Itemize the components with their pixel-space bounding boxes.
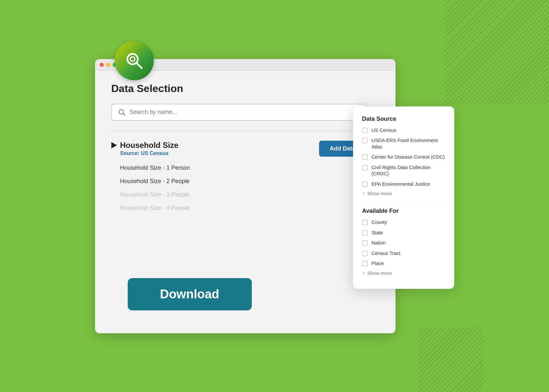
search-bar[interactable] (111, 104, 366, 121)
checkbox-us-census[interactable] (362, 128, 368, 133)
source-name[interactable]: US Census (141, 150, 169, 156)
filter-item-epa[interactable]: EPA Environmental Justice (362, 181, 445, 187)
search-icon (118, 108, 126, 116)
list-item: Household Size - 2 People (120, 175, 342, 188)
sub-items-list: Household Size - 1 Person Household Size… (120, 161, 342, 215)
hatch-top-right (444, 0, 549, 104)
filter-item-nation[interactable]: Nation (362, 240, 445, 246)
traffic-lights (100, 63, 117, 67)
filter-label-census-tract: Census Tract (372, 250, 400, 257)
filter-item-state[interactable]: State (362, 229, 445, 236)
list-item: Household Size - 3 People (120, 188, 342, 201)
filter-label-cdc: Center for Disease Control (CDC) (372, 154, 445, 160)
checkbox-census-tract[interactable] (362, 251, 368, 256)
item-source: Source: US Census (120, 150, 179, 156)
list-item: Household Size - 4 People (120, 201, 342, 215)
close-button[interactable] (100, 63, 104, 67)
filter-item-usda-ers[interactable]: USDA ERS Food Environment Atlas (362, 137, 445, 150)
filter-label-crdc: Civil Rights Data Collection (CRDC) (372, 164, 445, 177)
svg-line-1 (136, 63, 142, 68)
show-more-label-1: Show more (367, 191, 392, 196)
download-button[interactable]: Download (128, 278, 252, 310)
filter-label-state: State (372, 229, 383, 236)
filter-section-divider (362, 202, 445, 202)
checkbox-epa[interactable] (362, 181, 368, 187)
checkbox-place[interactable] (362, 261, 368, 266)
checkbox-crdc[interactable] (362, 165, 368, 170)
checkbox-state[interactable] (362, 230, 368, 236)
window-content: Data Selection Household Size (95, 71, 396, 215)
svg-point-2 (130, 57, 135, 61)
list-item: Household Size - 1 Person (120, 161, 342, 175)
filter-label-county: County (372, 219, 387, 226)
main-window: Data Selection Household Size (95, 59, 396, 333)
filter-item-place[interactable]: Place (362, 260, 445, 267)
filter-item-cdc[interactable]: Center for Disease Control (CDC) (362, 154, 445, 160)
chevron-down-icon: ✓ (362, 191, 365, 196)
checkbox-county[interactable] (362, 220, 368, 225)
filter-label-epa: EPA Environmental Justice (372, 181, 430, 187)
filter-item-county[interactable]: County (362, 219, 445, 226)
section-divider (111, 131, 366, 131)
checkbox-usda-ers[interactable] (362, 138, 368, 143)
source-label: Source: (120, 150, 141, 156)
filter-item-us-census[interactable]: US Census (362, 127, 445, 133)
page-title: Data Selection (111, 83, 379, 95)
minimize-button[interactable] (106, 63, 110, 67)
filter-label-nation: Nation (372, 240, 386, 246)
search-input[interactable] (130, 109, 360, 116)
show-more-data-source[interactable]: ✓ Show more (362, 191, 445, 196)
checkbox-cdc[interactable] (362, 154, 368, 160)
app-icon (115, 41, 154, 80)
data-item-header: Household Size Source: US Census Add Dat… (111, 141, 366, 157)
filter-item-census-tract[interactable]: Census Tract (362, 250, 445, 257)
data-source-title: Data Source (362, 116, 445, 122)
show-more-label-2: Show more (367, 271, 392, 276)
svg-line-4 (123, 114, 125, 116)
filter-label-usda-ers: USDA ERS Food Environment Atlas (372, 137, 445, 150)
checkbox-nation[interactable] (362, 240, 368, 246)
filter-label-us-census: US Census (372, 127, 396, 133)
show-more-available-for[interactable]: ✓ Show more (362, 271, 445, 276)
search-magnify-icon (124, 51, 144, 71)
available-for-title: Available For (362, 208, 445, 214)
item-name: Household Size (120, 141, 179, 150)
data-item-name-row: Household Size (111, 141, 179, 150)
filter-panel: Data Source US Census USDA ERS Food Envi… (353, 106, 454, 289)
filter-item-crdc[interactable]: Civil Rights Data Collection (CRDC) (362, 164, 445, 177)
filter-label-place: Place (372, 260, 384, 267)
download-button-wrapper: Download (128, 278, 252, 310)
expand-icon[interactable] (111, 142, 117, 149)
scene-container: Data Selection Household Size (95, 41, 454, 351)
chevron-down-icon-2: ✓ (362, 271, 365, 275)
data-item-title-block: Household Size Source: US Census (111, 141, 179, 156)
